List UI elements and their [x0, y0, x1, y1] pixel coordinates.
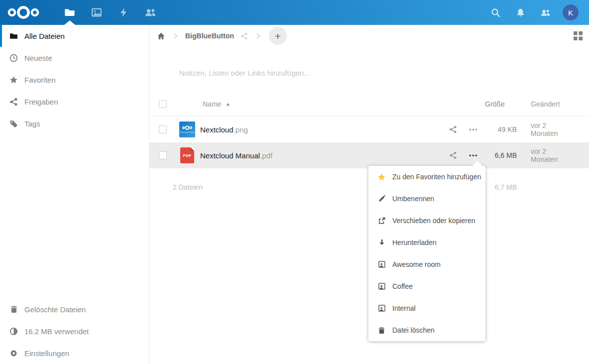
search-button[interactable] — [483, 0, 508, 25]
room-icon — [377, 282, 386, 290]
file-row-nextcloud-manual-pdf[interactable]: PDF Nextcloud Manual.pdf ••• 6,6 MB vor … — [149, 142, 589, 168]
sidebar-item-recent[interactable]: Neueste — [0, 47, 149, 69]
menu-item-rename[interactable]: Umbenennen — [368, 188, 485, 210]
move-icon — [377, 217, 386, 225]
sidebar-item-label: Alle Dateien — [24, 32, 65, 40]
tag-icon — [9, 120, 18, 128]
menu-item-room-internal[interactable]: Internal — [368, 297, 485, 319]
new-file-button[interactable]: + — [269, 27, 287, 45]
contacts-icon — [144, 7, 156, 18]
star-icon — [377, 173, 386, 181]
row-checkbox[interactable] — [159, 151, 167, 159]
column-header-name[interactable]: Name ▲ — [200, 100, 448, 108]
sort-ascending-icon: ▲ — [226, 102, 230, 107]
top-bar-right: K — [483, 0, 589, 25]
sidebar-item-label: Freigaben — [24, 98, 58, 106]
file-name[interactable]: Nextcloud.png — [200, 125, 448, 134]
home-icon[interactable] — [157, 32, 165, 40]
quota-icon — [9, 327, 18, 336]
nextcloud-logo-icon[interactable] — [7, 5, 39, 19]
search-icon — [491, 8, 500, 17]
sidebar-item-label: Favoriten — [24, 76, 56, 84]
sidebar-item-deleted-files[interactable]: Gelöschte Dateien — [0, 298, 149, 320]
trash-icon — [377, 327, 386, 334]
sidebar-item-quota[interactable]: 16.2 MB verwendet — [0, 320, 149, 342]
contacts-menu-button[interactable] — [533, 0, 558, 25]
file-actions-menu-button[interactable]: ••• — [468, 152, 479, 159]
menu-item-move-or-copy[interactable]: Verschieben oder kopieren — [368, 210, 485, 232]
sidebar-item-favorites[interactable]: Favoriten — [0, 69, 149, 91]
grid-view-toggle[interactable] — [574, 31, 583, 40]
bell-icon — [516, 8, 525, 17]
folder-icon — [9, 32, 18, 40]
app-menu — [56, 0, 164, 25]
file-actions-context-menu: Zu den Favoriten hinzufügen Umbenennen V… — [368, 166, 485, 341]
file-size: 6,6 MB — [485, 151, 517, 159]
contacts-menu-icon — [540, 8, 551, 17]
sidebar-item-tags[interactable]: Tags — [0, 113, 149, 134]
photos-icon — [91, 7, 102, 18]
file-name[interactable]: Nextcloud Manual.pdf — [200, 151, 448, 160]
chevron-right-icon — [254, 33, 260, 38]
file-thumbnail[interactable]: Nextcloud Hub — [179, 121, 195, 137]
folder-icon — [64, 7, 75, 18]
menu-item-download[interactable]: Herunterladen — [368, 232, 485, 253]
menu-item-room-awesome-room[interactable]: Awesome room — [368, 253, 485, 275]
plus-icon: + — [275, 31, 281, 41]
app-activity[interactable] — [110, 0, 137, 25]
app-photos[interactable] — [83, 0, 110, 25]
column-header-size[interactable]: Größe — [485, 100, 517, 108]
select-all-checkbox[interactable] — [159, 100, 167, 108]
file-row-nextcloud-png[interactable]: Nextcloud Hub Nextcloud.png ••• 49 KB vo… — [149, 117, 589, 142]
file-modified: vor 2 Monaten — [531, 121, 575, 137]
menu-item-delete-file[interactable]: Datei löschen — [368, 319, 485, 341]
gear-icon — [9, 349, 18, 358]
sidebar-item-label: 16.2 MB verwendet — [24, 327, 89, 336]
breadcrumb-share-icon[interactable] — [240, 32, 248, 40]
share-icon[interactable] — [448, 125, 459, 133]
column-header-modified[interactable]: Geändert — [531, 100, 575, 108]
notes-input[interactable]: Notizen, Listen oder Links hinzufügen... — [179, 69, 310, 77]
menu-item-room-coffee[interactable]: Coffee — [368, 275, 485, 297]
app-navigation-sidebar: Alle Dateien Neueste Favoriten Freigaben — [0, 25, 149, 364]
file-size: 49 KB — [485, 125, 517, 133]
file-list-header: Name ▲ Größe Geändert — [149, 92, 589, 117]
pencil-icon — [377, 195, 386, 203]
breadcrumb-folder[interactable]: BigBlueButton — [185, 32, 234, 40]
room-icon — [377, 260, 386, 268]
lightning-icon — [118, 7, 128, 18]
sidebar-item-shares[interactable]: Freigaben — [0, 91, 149, 113]
share-icon — [9, 98, 18, 106]
app-files[interactable] — [56, 0, 83, 25]
share-icon[interactable] — [448, 151, 459, 159]
sidebar-item-label: Tags — [24, 120, 40, 128]
file-thumbnail[interactable]: PDF — [179, 147, 195, 163]
sidebar-item-all-files[interactable]: Alle Dateien — [0, 25, 149, 47]
sidebar-item-label: Neueste — [24, 54, 52, 62]
app-contacts[interactable] — [137, 0, 164, 25]
row-checkbox[interactable] — [159, 125, 167, 133]
sidebar-footer: Gelöschte Dateien 16.2 MB verwendet — [0, 298, 149, 364]
sidebar-item-settings[interactable]: Einstellungen — [0, 342, 149, 364]
file-modified: vor 2 Monaten — [531, 147, 575, 163]
sidebar-item-label: Einstellungen — [24, 349, 69, 358]
sidebar-item-label: Gelöschte Dateien — [24, 305, 86, 314]
total-size: 6,7 MB — [485, 183, 517, 191]
chevron-right-icon — [172, 33, 177, 38]
notifications-button[interactable] — [508, 0, 533, 25]
star-icon — [9, 76, 18, 84]
clock-icon — [9, 54, 18, 62]
top-bar: K — [0, 0, 589, 25]
trash-icon — [9, 305, 18, 313]
file-actions-menu-button[interactable]: ••• — [468, 126, 479, 133]
download-icon — [377, 239, 386, 246]
breadcrumb: BigBlueButton + — [149, 25, 589, 47]
user-avatar[interactable]: K — [563, 4, 579, 20]
menu-item-add-to-favorites[interactable]: Zu den Favoriten hinzufügen — [368, 166, 485, 188]
room-icon — [377, 304, 386, 312]
